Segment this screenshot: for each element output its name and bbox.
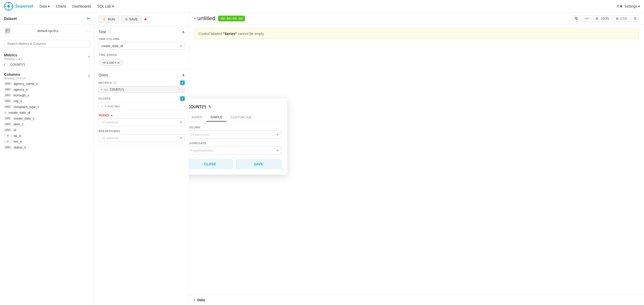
dataset-label: Dataset <box>4 17 17 21</box>
series-select[interactable]: 13 option(s) ▾ <box>99 118 185 126</box>
query-section: Query ∧ METRICS ⓘ + × f(x) COUNT(*) ? › … <box>94 69 189 146</box>
column-label: COLUMN <box>189 126 281 129</box>
nav-plus-button[interactable]: + ▾ <box>617 3 623 9</box>
columns-title: Columns <box>4 72 25 77</box>
col-name: lon_d <box>14 140 22 143</box>
dropdown-icon: ▾ <box>180 44 182 48</box>
help-icon: ? <box>27 63 29 66</box>
time-range-tag[interactable]: -∞ ≤ col < ∞ <box>99 59 123 66</box>
list-item: ABC id <box>4 127 90 133</box>
aggregate-select[interactable]: 6 aggregates(s) ▾ <box>189 146 281 155</box>
popup-title: COUNT(*) ✎ <box>189 104 281 109</box>
tab-saved[interactable]: SAVED <box>189 113 206 122</box>
nav-data[interactable]: Data ▾ <box>40 4 50 8</box>
ellipsis-icon: ☰ <box>634 17 637 20</box>
aggregate-label: AGGREGATE <box>189 142 281 145</box>
panel-toolbar: ⚡ RUN ⊙ SAVE ● <box>94 13 189 26</box>
sidebar-scroll: Metrics Showing 1 of 1 ∧ f COUNT(*) ? Co… <box>0 50 94 305</box>
columns-subtitle: Showing 13 of 13 <box>4 77 25 80</box>
metric-tag-name: COUNT(*) <box>110 88 177 91</box>
column-select[interactable]: 13 column(s) ▾ <box>189 130 281 139</box>
nav-dashboards[interactable]: Dashboards <box>72 4 91 8</box>
popup-footer: CLOSE SAVE <box>189 160 281 169</box>
add-filter-inline-button[interactable]: + + Add filter <box>99 102 185 110</box>
query-section-header[interactable]: Query ∧ <box>99 73 185 77</box>
collapse-icon[interactable]: ⇤ <box>87 16 90 21</box>
more-options-button[interactable]: ☰ <box>631 15 639 22</box>
columns-section-header[interactable]: Columns Showing 13 of 13 ∧ <box>4 70 90 81</box>
run-button[interactable]: ⚡ RUN <box>99 16 119 23</box>
col-name: city_s <box>14 99 22 103</box>
metrics-subtitle: Showing 1 of 1 <box>4 57 22 60</box>
breakdowns-dropdown-icon: ▾ <box>180 136 182 140</box>
list-item: ABC borough_s <box>4 92 90 98</box>
code-icon-button[interactable]: </> <box>582 15 592 22</box>
metrics-section-header[interactable]: Metrics Showing 1 of 1 ∧ <box>4 50 90 61</box>
clock-icon: ⊙ <box>4 111 7 115</box>
list-item: ABC status_s <box>4 144 90 150</box>
query-title: Query <box>99 73 108 77</box>
time-chevron-icon: ∧ <box>182 30 185 34</box>
code-icon: </> <box>585 17 589 20</box>
search-metrics-columns[interactable] <box>4 40 90 47</box>
add-filter-button[interactable]: + <box>180 96 185 101</box>
search-input[interactable] <box>7 42 87 46</box>
lightning-icon: ⚡ <box>102 17 106 21</box>
tab-custom-sql[interactable]: CUSTOM SQL <box>227 113 256 122</box>
close-button[interactable]: CLOSE <box>189 160 233 169</box>
nav-charts[interactable]: Charts <box>56 4 66 8</box>
breakdowns-select[interactable]: 13 option(s) ▾ <box>99 134 185 142</box>
csv-button[interactable]: ⊞ .CSV <box>614 15 629 22</box>
nav-settings-button[interactable]: Settings ▾ <box>624 4 640 8</box>
alert-text: Control labeled "Series" cannot be empty <box>198 32 264 36</box>
col-name: id <box>14 128 16 132</box>
time-section: Time ⓘ ∧ TIME COLUMN create_date_dt ▾ TI… <box>94 26 189 69</box>
right-panel: - untitled 00:00:00.00 </> ⊞ .JSON ⊞ .CS… <box>189 13 644 305</box>
left-sidebar: Dataset ⇤ default.nyc311 ··· <box>0 13 94 305</box>
chart-title: - untitled <box>194 15 215 22</box>
plus-icon: + <box>101 104 103 108</box>
link-icon-button[interactable] <box>572 15 580 21</box>
col-name: create_date_dt <box>9 111 30 115</box>
list-item: ABC agency_s <box>4 87 90 92</box>
dataset-name: default.nyc311 <box>13 29 83 33</box>
col-type-badge: ABC <box>4 94 12 97</box>
col-type-badge: ABC <box>4 146 12 149</box>
time-section-header[interactable]: Time ⓘ ∧ <box>99 30 185 34</box>
save-icon: ⊙ <box>125 17 128 21</box>
dataset-options-button[interactable]: ··· <box>85 28 90 33</box>
aggregate-dropdown-icon: ▾ <box>277 148 278 152</box>
col-name: agency_name_s <box>14 82 38 86</box>
col-type-badge: ABC <box>4 88 12 91</box>
popup-save-button[interactable]: SAVE <box>236 160 281 169</box>
right-icons: </> ⊞ .JSON ⊞ .CSV ☰ <box>572 15 639 22</box>
json-button[interactable]: ⊞ .JSON <box>593 15 611 22</box>
data-section[interactable]: › Data <box>189 295 644 305</box>
query-chevron-icon: ∧ <box>182 73 185 77</box>
metric-help-icon: ? <box>178 88 180 91</box>
time-column-select[interactable]: create_date_dt ▾ <box>99 42 185 50</box>
main-layout: Dataset ⇤ default.nyc311 ··· <box>0 13 644 305</box>
top-nav: Superset Data ▾ Charts Dashboards SQL La… <box>0 0 644 13</box>
edit-icon[interactable]: ✎ <box>208 104 211 109</box>
tab-simple[interactable]: SIMPLE <box>206 113 227 122</box>
list-item: f COUNT(*) ? <box>4 61 90 68</box>
column-dropdown-icon: ▾ <box>277 133 278 136</box>
remove-metric-button[interactable]: × <box>101 88 103 91</box>
list-item: ABC city_s <box>4 98 90 104</box>
columns-section: Columns Showing 13 of 13 ∧ ABC agency_na… <box>0 70 94 150</box>
csv-icon: ⊞ <box>616 17 619 20</box>
data-section-label: Data <box>197 298 205 302</box>
add-metric-button[interactable]: + <box>180 81 185 85</box>
col-type-badge: ABC <box>4 99 12 103</box>
col-name: complaint_type_s <box>14 105 39 109</box>
logo[interactable]: Superset <box>4 2 34 11</box>
col-type-badge: # <box>4 134 12 137</box>
metric-expand-button[interactable]: › <box>181 88 182 91</box>
center-panel: ⚡ RUN ⊙ SAVE ● Time ⓘ ∧ TIME COLUMN cre <box>94 13 189 305</box>
series-error-icon: ● <box>111 114 113 117</box>
list-item: ABC agency_name_s <box>4 81 90 87</box>
resize-icon[interactable]: ⤡ <box>281 167 284 172</box>
nav-sqllab[interactable]: SQL Lab ▾ <box>97 4 114 8</box>
save-button[interactable]: ⊙ SAVE <box>121 16 142 23</box>
